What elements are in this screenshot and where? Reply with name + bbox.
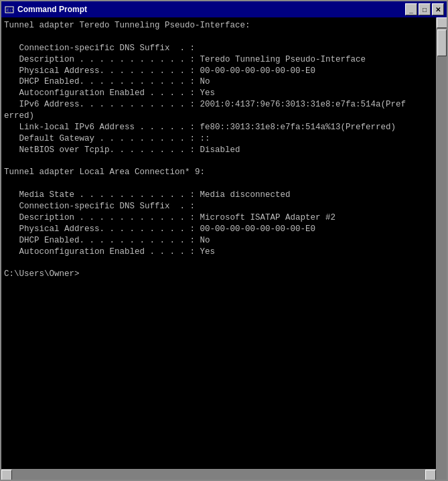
svg-text:C:\: C:\ bbox=[7, 8, 14, 13]
scroll-up-button[interactable]: ▲ bbox=[437, 17, 447, 28]
cmd-window: C:\ Command Prompt _ □ ✕ Tunnel adapter … bbox=[0, 0, 448, 481]
scroll-track-h[interactable] bbox=[12, 470, 425, 480]
console-output: Tunnel adapter Teredo Tunneling Pseudo-I… bbox=[4, 20, 433, 280]
console-area: Tunnel adapter Teredo Tunneling Pseudo-I… bbox=[1, 17, 447, 480]
close-button[interactable]: ✕ bbox=[432, 3, 444, 15]
minimize-button[interactable]: _ bbox=[405, 3, 417, 15]
horizontal-scrollbar[interactable]: ◄ ► bbox=[1, 469, 436, 480]
window-title: Command Prompt bbox=[17, 5, 405, 14]
titlebar-buttons: _ □ ✕ bbox=[405, 3, 444, 15]
maximize-button[interactable]: □ bbox=[419, 3, 431, 15]
scroll-track-v[interactable] bbox=[437, 28, 447, 469]
resize-corner[interactable] bbox=[436, 469, 447, 480]
vertical-scrollbar[interactable]: ▲ ▼ bbox=[436, 17, 447, 480]
scroll-left-button[interactable]: ◄ bbox=[1, 470, 12, 480]
scroll-thumb-v[interactable] bbox=[437, 29, 447, 56]
titlebar: C:\ Command Prompt _ □ ✕ bbox=[1, 1, 447, 17]
titlebar-icon: C:\ bbox=[4, 4, 15, 15]
scroll-right-button[interactable]: ► bbox=[425, 470, 436, 480]
